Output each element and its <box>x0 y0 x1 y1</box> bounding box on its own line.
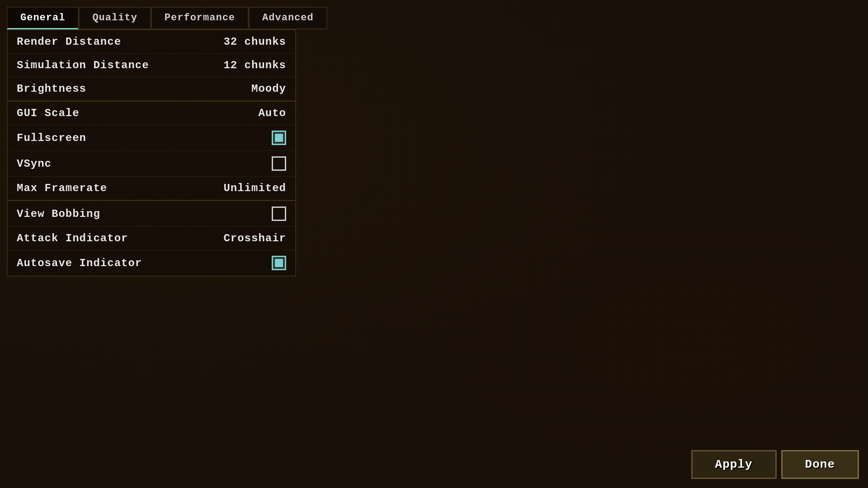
fullscreen-checkbox[interactable] <box>272 131 286 145</box>
done-button[interactable]: Done <box>781 450 859 479</box>
tab-quality[interactable]: Quality <box>79 7 151 29</box>
main-container: General Quality Performance Advanced Ren… <box>0 0 868 488</box>
tab-performance[interactable]: Performance <box>151 7 249 29</box>
view-bobbing-checkbox[interactable] <box>272 206 286 221</box>
setting-simulation-distance[interactable]: Simulation Distance 12 chunks <box>8 54 295 77</box>
bottom-buttons: Apply Done <box>691 450 859 479</box>
setting-gui-scale[interactable]: GUI Scale Auto <box>8 101 295 125</box>
tabs-bar: General Quality Performance Advanced <box>7 7 861 29</box>
setting-vsync[interactable]: VSync <box>8 151 295 177</box>
vsync-checkbox[interactable] <box>272 156 286 171</box>
setting-autosave-indicator[interactable]: Autosave Indicator <box>8 250 295 276</box>
tab-advanced[interactable]: Advanced <box>249 7 327 29</box>
setting-view-bobbing[interactable]: View Bobbing <box>8 200 295 227</box>
setting-brightness[interactable]: Brightness Moody <box>8 77 295 101</box>
tab-general[interactable]: General <box>7 7 79 29</box>
settings-panel: Render Distance 32 chunks Simulation Dis… <box>7 29 296 277</box>
setting-attack-indicator[interactable]: Attack Indicator Crosshair <box>8 227 295 250</box>
setting-fullscreen[interactable]: Fullscreen <box>8 125 295 151</box>
setting-render-distance[interactable]: Render Distance 32 chunks <box>8 30 295 54</box>
setting-max-framerate[interactable]: Max Framerate Unlimited <box>8 177 295 200</box>
apply-button[interactable]: Apply <box>691 450 777 479</box>
autosave-indicator-checkbox[interactable] <box>272 256 286 270</box>
